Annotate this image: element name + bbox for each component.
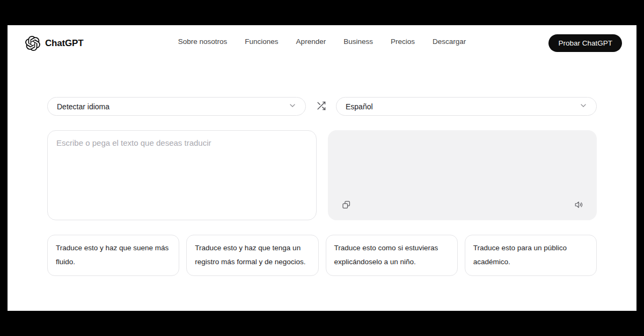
openai-logo-icon: [25, 36, 40, 51]
source-text-box: [47, 130, 317, 220]
chevron-down-icon: [288, 101, 297, 112]
suggestion-card-formal[interactable]: Traduce esto y haz que tenga un registro…: [186, 235, 318, 276]
source-language-select[interactable]: Detectar idioma: [47, 97, 306, 116]
copy-output-button[interactable]: [341, 200, 351, 211]
nav-item-funciones[interactable]: Funciones: [245, 38, 278, 46]
translator-widget: Detectar idioma: [47, 97, 597, 276]
nav-item-business[interactable]: Business: [343, 38, 373, 46]
nav-item-aprender[interactable]: Aprender: [296, 38, 326, 46]
suggestion-card-academico[interactable]: Traduce esto para un público académico.: [465, 235, 597, 276]
nav-item-precios[interactable]: Precios: [391, 38, 415, 46]
source-text-input[interactable]: [56, 138, 308, 212]
shuffle-icon: [316, 101, 326, 113]
suggestion-cards: Traduce esto y haz que suene más fluido.…: [47, 235, 597, 276]
brand-logo[interactable]: ChatGPT: [25, 36, 83, 51]
translation-output-box: [328, 130, 597, 220]
translate-boxes-row: [47, 130, 597, 220]
header: ChatGPT Sobre nosotros Funciones Aprende…: [8, 25, 636, 56]
nav-item-descargar[interactable]: Descargar: [433, 38, 466, 46]
language-selector-row: Detectar idioma: [47, 97, 597, 116]
brand-name: ChatGPT: [45, 38, 83, 49]
suggestion-card-fluido[interactable]: Traduce esto y haz que suene más fluido.: [47, 235, 179, 276]
speaker-icon: [574, 200, 584, 211]
source-language-value: Detectar idioma: [57, 102, 109, 111]
chevron-down-icon: [579, 101, 588, 112]
speak-output-button[interactable]: [574, 200, 584, 211]
main-nav: Sobre nosotros Funciones Aprender Busine…: [178, 38, 466, 46]
page-surface: ChatGPT Sobre nosotros Funciones Aprende…: [8, 25, 636, 311]
swap-area: [306, 99, 336, 115]
try-chatgpt-button[interactable]: Probar ChatGPT: [548, 34, 622, 52]
nav-item-sobre-nosotros[interactable]: Sobre nosotros: [178, 38, 228, 46]
copy-icon: [341, 200, 351, 211]
swap-languages-button[interactable]: [314, 99, 328, 115]
target-language-value: Español: [346, 102, 373, 111]
target-language-select[interactable]: Español: [336, 97, 597, 116]
suggestion-card-nino[interactable]: Traduce esto como si estuvieras explicán…: [326, 235, 458, 276]
